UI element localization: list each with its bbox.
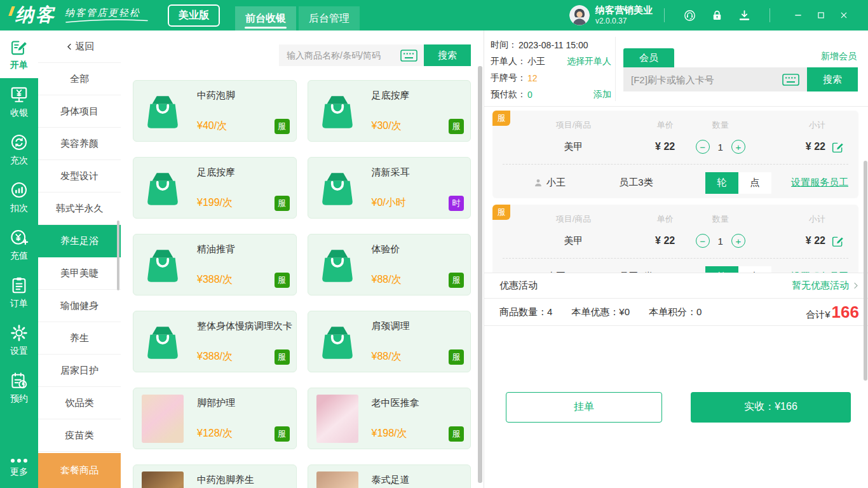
sidebar-item-more[interactable]: 更多 <box>0 446 38 488</box>
chevron-left-icon <box>65 42 74 51</box>
product-price: ¥198/次 <box>372 427 407 440</box>
sidebar-item-recharge[interactable]: 充值 <box>0 221 38 269</box>
staff-name: 小王 <box>503 177 598 189</box>
bag-icon <box>316 87 358 135</box>
member-card-input[interactable] <box>631 74 782 85</box>
edition-badge[interactable]: 美业版 <box>168 4 220 27</box>
edit-price-icon[interactable] <box>831 140 844 154</box>
round-pick-toggle: 轮 点 <box>705 172 771 194</box>
sidebar-item-settings[interactable]: 设置 <box>0 316 38 364</box>
cart-item-subtotal: ¥ 22 <box>806 141 825 152</box>
product-card[interactable]: 足底按摩 ¥199/次 服 <box>133 157 297 219</box>
cart-item-headers: 项目/商品 单价 数量 小计 <box>503 205 848 225</box>
avatar[interactable] <box>569 5 590 25</box>
product-search-button[interactable]: 搜索 <box>424 44 471 66</box>
product-card[interactable]: 中药泡脚养生 <box>133 464 297 488</box>
category-item[interactable]: 美甲美睫 <box>38 257 121 290</box>
keyboard-icon[interactable] <box>782 74 799 86</box>
minus-button[interactable]: − <box>696 234 710 248</box>
category-item[interactable]: 发型设计 <box>38 160 121 193</box>
service-badge: 服 <box>449 349 464 365</box>
cart-item-headers: 项目/商品 单价 数量 小计 <box>503 111 848 131</box>
toggle-round[interactable]: 轮 <box>705 172 738 194</box>
product-card[interactable]: 清新采耳 ¥0/小时 时 <box>308 157 471 219</box>
sidebar-item-cashier[interactable]: 收银 <box>0 78 38 126</box>
product-photo <box>142 395 184 443</box>
member-search-button[interactable]: 搜索 <box>807 67 858 92</box>
product-scrollbar[interactable] <box>478 66 482 483</box>
product-search-input[interactable] <box>287 50 400 60</box>
category-item-selected[interactable]: 养生足浴 <box>38 225 121 257</box>
operator-name: 小王 <box>527 56 545 67</box>
sidebar-item-appointment[interactable]: 预约 <box>0 364 38 412</box>
lock-icon[interactable] <box>710 9 724 22</box>
close-button[interactable] <box>837 9 850 22</box>
product-card[interactable]: 中药泡脚 ¥40/次 服 <box>133 80 297 142</box>
category-package-products[interactable]: 套餐商品 <box>38 453 121 488</box>
product-card[interactable]: 整体身体慢病调理次卡 ¥388/次 服 <box>133 311 297 372</box>
sidebar-item-orders[interactable]: 订单 <box>0 269 38 316</box>
category-item[interactable]: 饮品类 <box>38 387 121 419</box>
orders-clipboard-icon <box>10 276 29 295</box>
time-badge: 时 <box>449 196 464 211</box>
product-area: 搜索 中药泡脚 ¥40/次 服 足底按摩 ¥30/次 服 足底按摩 ¥199/次… <box>121 30 484 488</box>
category-item[interactable]: 养生 <box>38 322 121 355</box>
add-prepay-link[interactable]: 添加 <box>593 89 611 100</box>
maximize-button[interactable] <box>815 9 827 22</box>
quantity-stepper: − 1 + <box>686 140 755 154</box>
hold-order-button[interactable]: 挂单 <box>506 392 662 423</box>
product-card[interactable]: 泰式足道 <box>308 464 471 488</box>
new-member-link[interactable]: 新增会员 <box>821 51 857 62</box>
minus-button[interactable]: − <box>696 140 710 154</box>
product-card[interactable]: 精油推背 ¥388/次 服 <box>133 234 297 295</box>
product-card[interactable]: 老中医推拿 ¥198/次 服 <box>308 388 471 449</box>
tab-backend-manage[interactable]: 后台管理 <box>299 6 360 30</box>
plus-button[interactable]: + <box>731 140 745 154</box>
category-scrollbar[interactable] <box>117 220 119 290</box>
set-staff-link[interactable]: 设置服务员工 <box>791 177 848 189</box>
product-card[interactable]: 足底按摩 ¥30/次 服 <box>308 80 471 142</box>
plus-button[interactable]: + <box>731 234 745 248</box>
totals-row: 商品数量：4 本单优惠：¥0 本单积分：0 合计¥ 166 <box>484 298 868 326</box>
product-photo <box>142 471 184 488</box>
minimize-button[interactable] <box>792 9 804 22</box>
category-item[interactable]: 美容养颜 <box>38 128 121 160</box>
category-item[interactable]: 身体项目 <box>38 95 121 128</box>
quantity-value: 1 <box>718 236 723 247</box>
category-item[interactable]: 韩式半永久 <box>38 193 121 225</box>
promo-link[interactable]: 暂无优惠活动 <box>792 280 860 292</box>
charge-button[interactable]: 实收：¥166 <box>691 392 851 423</box>
set-staff-link[interactable]: 设置服务员工 <box>791 271 848 273</box>
member-tab[interactable]: 会员 <box>623 48 674 67</box>
member-card-row: 搜索 <box>623 67 858 92</box>
category-item[interactable]: 疫苗类 <box>38 419 121 452</box>
product-photo <box>316 395 358 443</box>
keyboard-icon[interactable] <box>400 50 417 62</box>
tab-front-cashier[interactable]: 前台收银 <box>235 6 296 30</box>
product-price: ¥388/次 <box>197 350 233 363</box>
cart-scrollbar[interactable] <box>864 161 867 381</box>
category-item[interactable]: 居家日护 <box>38 355 121 387</box>
product-card[interactable]: 体验价 ¥88/次 服 <box>308 234 471 295</box>
service-badge: 服 <box>449 273 464 288</box>
sidebar-item-deduct-times[interactable]: 扣次 <box>0 173 38 221</box>
product-grid: 中药泡脚 ¥40/次 服 足底按摩 ¥30/次 服 足底按摩 ¥199/次 服 … <box>133 80 471 488</box>
choose-operator-link[interactable]: 选择开单人 <box>567 56 611 67</box>
edit-price-icon[interactable] <box>831 234 844 248</box>
category-item[interactable]: 瑜伽健身 <box>38 290 121 322</box>
cart-item-name: 美甲 <box>503 235 644 247</box>
product-card[interactable]: 肩颈调理 ¥88/次 服 <box>308 311 471 372</box>
category-item-all[interactable]: 全部 <box>38 63 121 95</box>
sidebar-item-open-order[interactable]: 开单 <box>0 30 38 78</box>
deduct-times-icon <box>10 180 29 200</box>
toggle-pick[interactable]: 点 <box>738 172 771 194</box>
product-card[interactable]: 脚部护理 ¥128/次 服 <box>133 388 297 449</box>
download-icon[interactable] <box>738 9 751 22</box>
subtotal-box: ¥ 22 <box>755 234 848 248</box>
divider <box>770 8 770 22</box>
category-back[interactable]: 返回 <box>38 30 121 63</box>
toggle-round[interactable]: 轮 <box>705 266 738 273</box>
toggle-pick[interactable]: 点 <box>738 266 771 273</box>
sidebar-item-recharge-times[interactable]: 充次 <box>0 126 38 173</box>
support-icon[interactable] <box>683 9 696 22</box>
